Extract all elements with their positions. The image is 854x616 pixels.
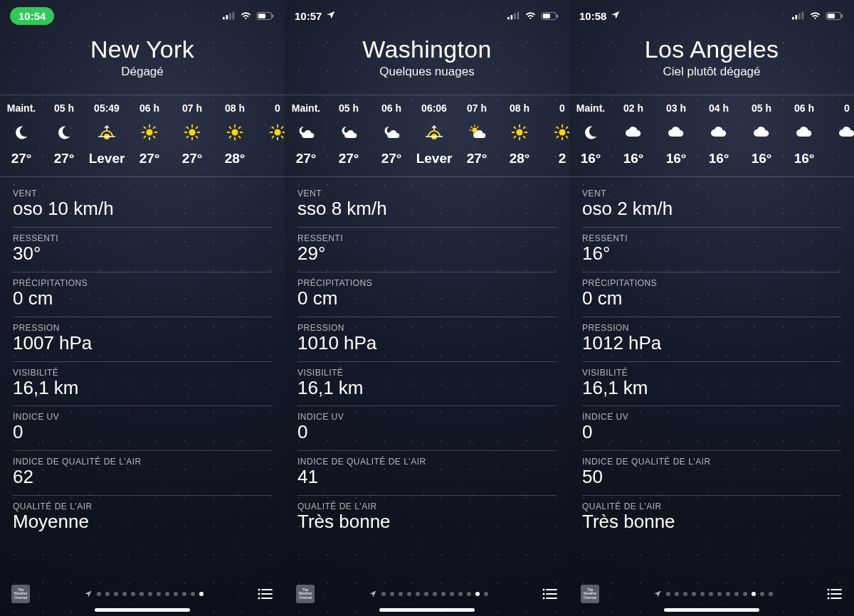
location-page-icon bbox=[84, 590, 93, 598]
hour-label: 05:49 bbox=[94, 102, 120, 114]
hourly-forecast[interactable]: Maint.27°05 h27°06 h27°06:06Lever07 h27°… bbox=[285, 95, 569, 177]
detail-ressenti: RESSENTI16° bbox=[582, 228, 841, 272]
partly-night-icon bbox=[381, 122, 401, 142]
sun-icon bbox=[268, 122, 285, 142]
location-page-icon bbox=[653, 590, 662, 598]
detail-value: oso 10 km/h bbox=[13, 198, 272, 220]
detail-label: PRESSION bbox=[297, 323, 557, 333]
hourly-forecast[interactable]: Maint.16°02 h16°03 h16°04 h16°05 h16°06 … bbox=[569, 95, 854, 177]
weather-channel-logo[interactable]: The Weather Channel bbox=[296, 585, 315, 603]
detail-value: 0 bbox=[582, 422, 841, 443]
svg-point-49 bbox=[258, 589, 260, 591]
svg-point-50 bbox=[258, 593, 260, 595]
detail-label: INDICE UV bbox=[297, 412, 557, 422]
detail-label: INDICE DE QUALITÉ DE L'AIR bbox=[13, 457, 272, 467]
svg-line-65 bbox=[471, 127, 472, 127]
svg-point-67 bbox=[516, 129, 522, 135]
sun-icon bbox=[510, 122, 529, 142]
svg-rect-97 bbox=[841, 14, 843, 18]
svg-line-44 bbox=[272, 137, 273, 138]
hour-cell: 06 h16° bbox=[783, 102, 826, 166]
svg-rect-58 bbox=[557, 14, 558, 18]
weather-screen[interactable]: 10:54New YorkDégagéMaint.27°05 h27°05:49… bbox=[0, 0, 285, 616]
detail-value: 16° bbox=[582, 243, 841, 265]
hour-label: 0 bbox=[275, 102, 280, 114]
city-list-button[interactable] bbox=[827, 588, 843, 600]
details-list[interactable]: VENToso 10 km/hRESSENTI30°PRÉCIPITATIONS… bbox=[0, 183, 285, 540]
signal-icon bbox=[507, 11, 520, 20]
hour-cell: 06:06Lever bbox=[413, 102, 455, 166]
battery-icon bbox=[256, 11, 275, 21]
sun-icon bbox=[140, 122, 159, 142]
weather-screen[interactable]: 10:58Los AngelesCiel plutôt dégagéMaint.… bbox=[569, 0, 854, 616]
svg-rect-1 bbox=[226, 15, 228, 19]
detail-value: 1007 hPa bbox=[13, 333, 272, 354]
detail-value: Moyenne bbox=[13, 511, 272, 533]
home-indicator[interactable] bbox=[95, 608, 190, 612]
page-dot bbox=[407, 592, 411, 596]
svg-line-24 bbox=[186, 127, 188, 128]
detail-aqi: INDICE DE QUALITÉ DE L'AIR50 bbox=[582, 451, 841, 496]
home-indicator[interactable] bbox=[664, 608, 759, 612]
detail-label: QUALITÉ DE L'AIR bbox=[13, 501, 272, 511]
svg-line-66 bbox=[478, 127, 478, 127]
svg-line-27 bbox=[196, 127, 198, 128]
detail-value: 0 bbox=[13, 422, 272, 443]
svg-point-19 bbox=[189, 129, 195, 135]
detail-airq: QUALITÉ DE L'AIRMoyenne bbox=[13, 496, 272, 540]
detail-label: PRÉCIPITATIONS bbox=[13, 278, 272, 288]
weather-channel-logo[interactable]: The Weather Channel bbox=[581, 585, 599, 603]
svg-rect-91 bbox=[792, 17, 794, 20]
page-dot bbox=[97, 592, 101, 596]
detail-aqi: INDICE DE QUALITÉ DE L'AIR41 bbox=[297, 451, 557, 496]
svg-line-26 bbox=[186, 137, 188, 138]
svg-line-82 bbox=[566, 137, 568, 138]
page-dot bbox=[484, 592, 488, 596]
svg-line-18 bbox=[154, 127, 155, 128]
detail-airq: QUALITÉ DE L'AIRTrès bonne bbox=[297, 496, 557, 540]
detail-visib: VISIBILITÉ16,1 km bbox=[297, 362, 557, 407]
condition-text: Quelques nuages bbox=[285, 65, 569, 79]
detail-value: 29° bbox=[297, 243, 557, 265]
hour-temp: 16° bbox=[752, 151, 772, 166]
hour-label: 06:06 bbox=[421, 102, 447, 114]
city-list-button[interactable] bbox=[258, 588, 273, 600]
city-list-button[interactable] bbox=[542, 588, 558, 600]
weather-channel-logo[interactable]: The Weather Channel bbox=[11, 585, 30, 603]
details-list[interactable]: VENToso 2 km/hRESSENTI16°PRÉCIPITATIONS0… bbox=[569, 183, 854, 540]
detail-value: 41 bbox=[297, 467, 557, 488]
hour-temp: 27° bbox=[296, 151, 317, 166]
hour-label: 05 h bbox=[339, 102, 359, 114]
location-page-icon bbox=[369, 590, 377, 598]
page-dot bbox=[760, 592, 764, 596]
page-dot bbox=[734, 592, 739, 596]
city-header: New YorkDégagé bbox=[0, 36, 285, 79]
hour-cell: 02 h16° bbox=[612, 102, 655, 166]
detail-precip: PRÉCIPITATIONS0 cm bbox=[297, 272, 557, 317]
detail-label: VENT bbox=[13, 188, 272, 198]
home-indicator[interactable] bbox=[379, 608, 475, 612]
detail-label: PRESSION bbox=[582, 323, 841, 333]
status-time: 10:57 bbox=[295, 10, 336, 22]
hour-cell: 05 h27° bbox=[43, 102, 85, 166]
details-list[interactable]: VENTsso 8 km/hRESSENTI29°PRÉCIPITATIONS0… bbox=[285, 183, 569, 540]
svg-line-42 bbox=[272, 127, 273, 128]
page-dot bbox=[666, 592, 670, 596]
signal-icon bbox=[792, 11, 805, 20]
svg-line-75 bbox=[524, 127, 525, 128]
hour-label: 05 h bbox=[752, 102, 771, 114]
hourly-forecast[interactable]: Maint.27°05 h27°05:49Lever06 h27°07 h27°… bbox=[0, 95, 285, 177]
page-dots bbox=[84, 590, 204, 598]
hour-temp: 27° bbox=[467, 151, 487, 166]
weather-screen[interactable]: 10:57WashingtonQuelques nuagesMaint.27°0… bbox=[285, 0, 569, 616]
svg-point-101 bbox=[828, 589, 830, 591]
svg-point-51 bbox=[258, 598, 260, 600]
page-dot bbox=[122, 592, 127, 596]
hour-cell: 05 h27° bbox=[327, 102, 370, 166]
status-icons bbox=[792, 11, 844, 21]
wifi-icon bbox=[809, 11, 821, 20]
detail-precip: PRÉCIPITATIONS0 cm bbox=[582, 272, 841, 317]
detail-value: Très bonne bbox=[582, 511, 841, 533]
svg-line-73 bbox=[524, 137, 525, 138]
detail-value: Très bonne bbox=[297, 511, 557, 533]
